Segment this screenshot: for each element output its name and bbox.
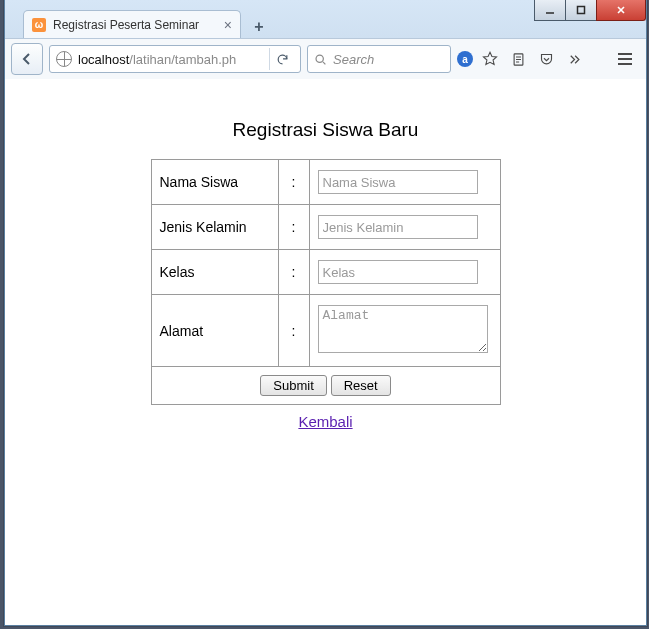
clipboard-icon xyxy=(511,52,526,67)
svg-point-4 xyxy=(316,55,323,62)
back-link[interactable]: Kembali xyxy=(298,413,352,430)
tab-title: Registrasi Peserta Seminar xyxy=(53,18,199,32)
reload-icon xyxy=(276,53,289,66)
row-nama: Nama Siswa : xyxy=(151,160,500,205)
window-titlebar: ω Registrasi Peserta Seminar × + xyxy=(5,0,646,39)
search-icon xyxy=(314,53,327,66)
pocket-button[interactable] xyxy=(535,48,557,70)
label-alamat: Alamat xyxy=(151,295,278,367)
overflow-button[interactable] xyxy=(563,48,585,70)
app-menu-button[interactable] xyxy=(610,45,640,73)
minimize-icon xyxy=(545,5,555,15)
browser-window: ω Registrasi Peserta Seminar × + localho… xyxy=(4,0,647,626)
page-heading: Registrasi Siswa Baru xyxy=(233,119,419,141)
input-jenis-kelamin[interactable] xyxy=(318,215,478,239)
page-viewport: Registrasi Siswa Baru Nama Siswa : Jenis… xyxy=(5,79,646,625)
browser-toolbar: localhost/latihan/tambah.ph Search a xyxy=(5,39,646,80)
row-kelas: Kelas : xyxy=(151,250,500,295)
submit-button[interactable]: Submit xyxy=(260,375,326,396)
input-kelas[interactable] xyxy=(318,260,478,284)
input-alamat[interactable] xyxy=(318,305,488,353)
label-kelas: Kelas xyxy=(151,250,278,295)
colon: : xyxy=(278,160,309,205)
label-nama: Nama Siswa xyxy=(151,160,278,205)
colon: : xyxy=(278,295,309,367)
colon: : xyxy=(278,250,309,295)
reset-button[interactable]: Reset xyxy=(331,375,391,396)
window-close-button[interactable] xyxy=(596,0,646,21)
nav-back-button[interactable] xyxy=(11,43,43,75)
url-text: localhost/latihan/tambah.ph xyxy=(78,52,263,67)
url-host: localhost xyxy=(78,52,129,67)
search-box[interactable]: Search xyxy=(307,45,451,73)
row-jenis-kelamin: Jenis Kelamin : xyxy=(151,205,500,250)
tab-close-icon[interactable]: × xyxy=(224,18,232,32)
window-minimize-button[interactable] xyxy=(534,0,566,21)
chevron-double-right-icon xyxy=(567,52,582,67)
close-icon xyxy=(616,5,626,15)
address-bar[interactable]: localhost/latihan/tambah.ph xyxy=(49,45,301,73)
input-nama-siswa[interactable] xyxy=(318,170,478,194)
page-content: Registrasi Siswa Baru Nama Siswa : Jenis… xyxy=(5,79,646,430)
pocket-icon xyxy=(539,52,554,67)
hamburger-icon xyxy=(617,52,633,66)
xampp-favicon-icon: ω xyxy=(32,18,46,32)
registration-form-table: Nama Siswa : Jenis Kelamin : Kelas : Ala… xyxy=(151,159,501,405)
bookmark-star-button[interactable] xyxy=(479,48,501,70)
library-button[interactable] xyxy=(507,48,529,70)
maximize-icon xyxy=(576,5,586,15)
addon-badge-icon[interactable]: a xyxy=(457,51,473,67)
row-alamat: Alamat : xyxy=(151,295,500,367)
new-tab-button[interactable]: + xyxy=(247,16,271,38)
window-controls xyxy=(535,0,646,20)
arrow-left-icon xyxy=(20,52,34,66)
window-maximize-button[interactable] xyxy=(565,0,597,21)
url-path: /latihan/tambah.ph xyxy=(129,52,236,67)
browser-tab-active[interactable]: ω Registrasi Peserta Seminar × xyxy=(23,10,241,38)
search-placeholder: Search xyxy=(333,52,374,67)
tab-strip: ω Registrasi Peserta Seminar × + xyxy=(23,10,271,38)
svg-line-5 xyxy=(323,61,325,63)
reload-button[interactable] xyxy=(269,48,294,70)
colon: : xyxy=(278,205,309,250)
svg-rect-1 xyxy=(578,7,585,14)
row-actions: Submit Reset xyxy=(151,367,500,405)
globe-icon xyxy=(56,51,72,67)
label-jenis-kelamin: Jenis Kelamin xyxy=(151,205,278,250)
star-icon xyxy=(482,51,498,67)
